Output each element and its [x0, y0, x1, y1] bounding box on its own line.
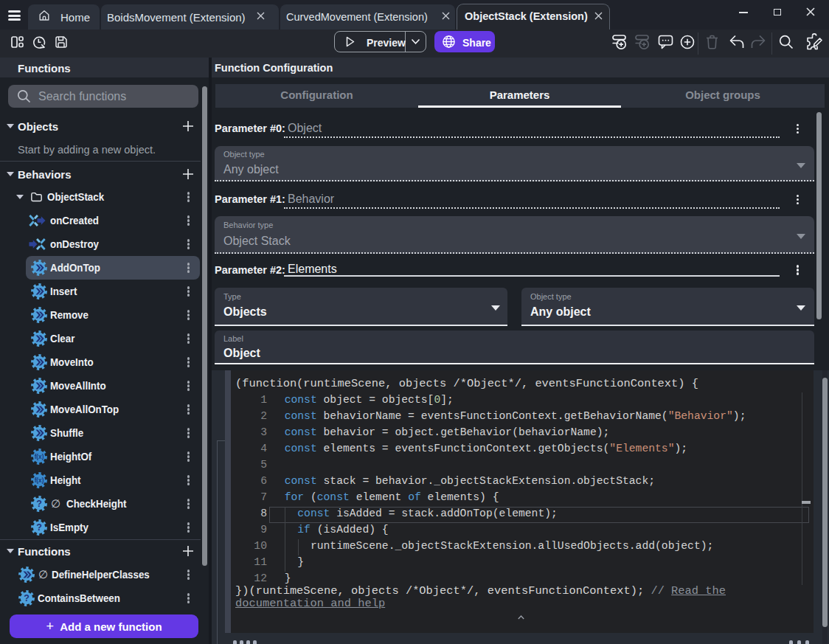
svg-text:?: ?	[36, 522, 42, 533]
svg-text:f(x): f(x)	[35, 454, 44, 460]
svg-text:?: ?	[24, 593, 30, 603]
svg-text:?: ?	[36, 499, 42, 509]
svg-text:f(x): f(x)	[35, 477, 44, 484]
